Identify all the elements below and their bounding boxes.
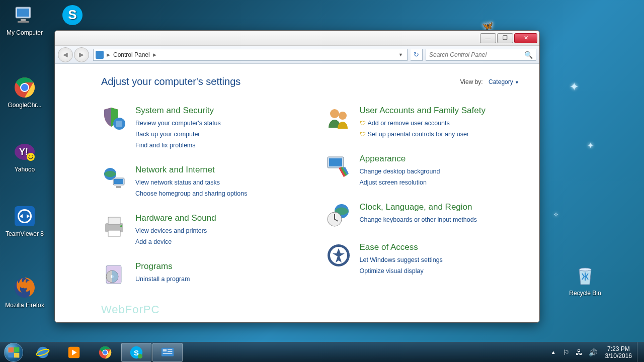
skype-icon: S [129, 345, 144, 360]
category-title[interactable]: Appearance [360, 154, 440, 164]
svg-text:S: S [68, 7, 76, 22]
category-hardware: Hardware and Sound View devices and prin… [101, 213, 295, 247]
category-title[interactable]: Clock, Language, and Region [360, 202, 477, 212]
volume-icon[interactable]: 🔊 [586, 348, 600, 356]
svg-point-8 [21, 84, 28, 91]
taskbar-item-control-panel[interactable] [152, 343, 183, 362]
category-link[interactable]: Find and fix problems [135, 140, 221, 151]
network-tray-icon[interactable]: 🖧 [573, 348, 586, 356]
category-link[interactable]: Add a device [135, 236, 216, 247]
svg-point-33 [339, 112, 347, 120]
nav-back-button[interactable]: ◄ [58, 47, 73, 62]
control-panel-icon [96, 51, 104, 59]
view-by-selector[interactable]: Category ▼ [489, 78, 519, 85]
category-link[interactable]: View devices and printers [135, 225, 216, 236]
category-title[interactable]: Hardware and Sound [135, 213, 216, 223]
chrome-icon [13, 75, 37, 100]
desktop-icon-label: My Computer [7, 29, 43, 36]
svg-rect-23 [114, 179, 123, 184]
content-area: Adjust your computer's settings View by:… [55, 64, 539, 320]
breadcrumb-item[interactable]: Control Panel [111, 51, 152, 58]
minimize-button[interactable]: — [480, 33, 496, 43]
desktop-icon-firefox[interactable]: Mozilla Firefox [5, 276, 44, 309]
start-button[interactable] [0, 342, 27, 363]
category-title[interactable]: User Accounts and Family Safety [360, 106, 486, 116]
maximize-button[interactable]: ❐ [497, 33, 513, 43]
navigation-bar: ◄ ► ▶ Control Panel ▶ ▼ ↻ 🔍 [55, 46, 539, 64]
view-by-label: View by: [460, 78, 483, 85]
category-title[interactable]: Ease of Access [360, 242, 443, 252]
category-user-accounts: User Accounts and Family Safety Add or r… [326, 106, 520, 140]
clock-date: 3/10/2016 [605, 352, 632, 359]
users-icon [326, 106, 352, 132]
svg-rect-24 [116, 186, 121, 188]
desktop-icon-recycle-bin[interactable]: Recycle Bin [566, 263, 605, 297]
category-link[interactable]: Let Windows suggest settings [360, 254, 443, 265]
category-link[interactable]: Change keyboards or other input methods [360, 214, 477, 225]
skype-icon: S [60, 3, 85, 27]
category-link[interactable]: Change desktop background [360, 166, 440, 177]
svg-rect-50 [163, 349, 167, 351]
category-link[interactable]: Choose homegroup and sharing options [135, 188, 247, 199]
refresh-button[interactable]: ↻ [411, 49, 423, 61]
printer-icon [101, 213, 127, 239]
desktop-icon-label: GoogleChr... [8, 102, 41, 109]
control-panel-icon [160, 345, 175, 360]
category-link[interactable]: Back up your computer [135, 129, 221, 140]
category-link[interactable]: View network status and tasks [135, 177, 247, 188]
address-dropdown-icon[interactable]: ▼ [396, 52, 405, 57]
category-link[interactable]: Review your computer's status [135, 118, 221, 129]
taskbar-item-media-player[interactable] [59, 343, 89, 362]
svg-rect-35 [329, 158, 342, 166]
desktop-icon-teamviewer[interactable]: TeamViewer 8 [5, 204, 44, 237]
svg-point-12 [29, 155, 30, 156]
search-input[interactable] [429, 51, 524, 58]
chevron-down-icon: ▼ [515, 80, 519, 85]
programs-icon [101, 261, 127, 288]
my-computer-icon [13, 3, 37, 27]
show-desktop-button[interactable] [637, 342, 644, 363]
chrome-icon [98, 345, 113, 360]
appearance-icon [326, 154, 352, 180]
search-box[interactable]: 🔍 [426, 49, 536, 61]
category-link[interactable]: Adjust screen resolution [360, 177, 440, 188]
category-link[interactable]: Uninstall a program [135, 274, 190, 285]
firefox-icon [13, 276, 37, 300]
ease-of-access-icon [326, 242, 352, 268]
flag-icon[interactable]: ⚐ [560, 348, 573, 356]
category-title[interactable]: System and Security [135, 106, 221, 116]
category-link[interactable]: Optimize visual display [360, 265, 443, 277]
desktop-icon-my-computer[interactable]: My Computer [5, 3, 44, 36]
taskbar-item-ie[interactable] [28, 343, 58, 362]
svg-rect-20 [116, 121, 122, 127]
taskbar-clock[interactable]: 7:23 PM 3/10/2016 [600, 345, 637, 359]
category-link[interactable]: Set up parental controls for any user [360, 129, 486, 140]
breadcrumb-separator-icon: ▶ [106, 52, 111, 57]
breadcrumb-separator-icon: ▶ [152, 52, 157, 57]
category-link[interactable]: Add or remove user accounts [360, 118, 486, 129]
taskbar-item-chrome[interactable] [90, 343, 120, 362]
address-bar[interactable]: ▶ Control Panel ▶ ▼ [93, 49, 408, 61]
svg-point-45 [103, 350, 107, 354]
desktop-icon-yahoo[interactable]: Y! Yahooo [5, 140, 44, 173]
category-title[interactable]: Network and Internet [135, 165, 247, 175]
titlebar: — ❐ ✕ [55, 31, 539, 46]
svg-point-13 [32, 155, 33, 156]
taskbar-item-skype[interactable]: S [121, 343, 151, 362]
category-programs: Programs Uninstall a program [101, 261, 295, 288]
category-appearance: Appearance Change desktop background Adj… [326, 154, 520, 188]
desktop-icon-skype[interactable]: S [53, 3, 92, 29]
desktop-icon-chrome[interactable]: GoogleChr... [5, 75, 44, 109]
category-title[interactable]: Programs [135, 261, 190, 272]
desktop-icon-label: TeamViewer 8 [6, 230, 44, 237]
recycle-bin-icon [573, 263, 597, 288]
svg-rect-51 [168, 349, 172, 350]
taskbar: S ▲ ⚐ 🖧 🔊 7:23 PM 3/10/2016 [0, 342, 644, 362]
svg-text:Y!: Y! [19, 147, 28, 157]
desktop-icon-label: Mozilla Firefox [5, 302, 44, 309]
close-button[interactable]: ✕ [514, 33, 537, 43]
search-icon: 🔍 [524, 51, 533, 59]
svg-point-48 [138, 353, 142, 358]
nav-forward-button[interactable]: ► [74, 47, 89, 62]
tray-overflow-button[interactable]: ▲ [547, 349, 560, 355]
